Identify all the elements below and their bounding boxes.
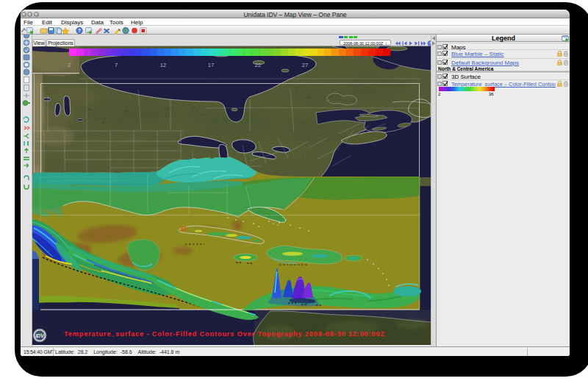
svg-text:IDV: IDV (35, 333, 45, 338)
svg-text:17: 17 (208, 62, 214, 68)
svg-text:?: ? (78, 28, 81, 33)
svg-text:Temperature_surface - Color-Fi: Temperature_surface - Color-Filled Conto… (64, 330, 384, 338)
svg-text:7: 7 (115, 62, 118, 68)
svg-text:2: 2 (68, 62, 71, 68)
svg-text:27: 27 (302, 62, 308, 68)
svg-text:22: 22 (255, 62, 261, 68)
svg-text:12: 12 (160, 62, 166, 68)
